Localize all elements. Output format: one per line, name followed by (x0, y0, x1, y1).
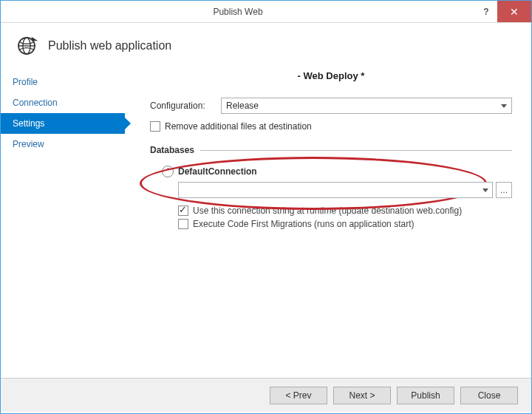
page-heading: Publish web application (48, 39, 171, 52)
use-runtime-label: Use this connection string at runtime (u… (193, 206, 462, 216)
deploy-method-title: - Web Deploy * (150, 70, 512, 81)
configuration-row: Configuration: Release (150, 98, 512, 114)
configuration-label: Configuration: (150, 101, 221, 111)
help-button[interactable]: ? (475, 1, 497, 22)
sidebar-item-preview[interactable]: Preview (1, 134, 125, 155)
migrations-label: Execute Code First Migrations (runs on a… (193, 219, 414, 229)
database-block: ˄ DefaultConnection … Use this connectio… (150, 166, 512, 229)
chevron-up-icon[interactable]: ˄ (162, 166, 174, 177)
remove-files-checkbox[interactable] (150, 121, 160, 132)
close-window-button[interactable]: ✕ (497, 1, 531, 22)
window-buttons: ? ✕ (475, 1, 531, 22)
sidebar-item-settings[interactable]: Settings (1, 113, 125, 134)
wizard-sidebar: Profile Connection Settings Preview (1, 66, 125, 378)
window-title: Publish Web (1, 1, 475, 22)
migrations-checkbox[interactable] (178, 219, 188, 229)
migrations-row[interactable]: Execute Code First Migrations (runs on a… (178, 219, 512, 229)
globe-icon (14, 33, 39, 58)
next-button[interactable]: Next > (333, 387, 391, 404)
use-runtime-row[interactable]: Use this connection string at runtime (u… (178, 206, 512, 216)
connection-string-select[interactable] (178, 182, 493, 198)
sidebar-item-label: Settings (13, 118, 44, 129)
sidebar-item-profile[interactable]: Profile (1, 72, 125, 92)
publish-button[interactable]: Publish (397, 387, 454, 404)
sidebar-item-label: Connection (13, 98, 58, 108)
connection-browse-button[interactable]: … (496, 182, 512, 198)
sidebar-item-connection[interactable]: Connection (1, 92, 125, 113)
main-panel: - Web Deploy * Configuration: Release Re… (125, 66, 531, 378)
remove-files-row[interactable]: Remove additional files at destination (150, 121, 512, 132)
connection-string-row: … (178, 182, 512, 198)
use-runtime-checkbox[interactable] (178, 206, 188, 216)
databases-section-header: Databases (150, 145, 512, 155)
remove-files-label: Remove additional files at destination (165, 121, 312, 132)
database-options: Use this connection string at runtime (u… (178, 206, 512, 229)
dialog-body: Profile Connection Settings Preview - We… (1, 66, 531, 378)
configuration-select[interactable]: Release (221, 98, 512, 114)
dialog-header: Publish web application (1, 23, 531, 66)
database-header: ˄ DefaultConnection (162, 166, 512, 177)
divider (200, 150, 512, 151)
sidebar-item-label: Profile (13, 77, 38, 87)
close-button[interactable]: Close (460, 387, 518, 404)
databases-heading: Databases (150, 145, 194, 155)
prev-button[interactable]: < Prev (270, 387, 327, 404)
database-name: DefaultConnection (178, 166, 257, 177)
configuration-value: Release (226, 101, 259, 111)
titlebar: Publish Web ? ✕ (1, 1, 531, 23)
dialog-footer: < Prev Next > Publish Close (1, 378, 531, 412)
sidebar-item-label: Preview (13, 139, 44, 149)
